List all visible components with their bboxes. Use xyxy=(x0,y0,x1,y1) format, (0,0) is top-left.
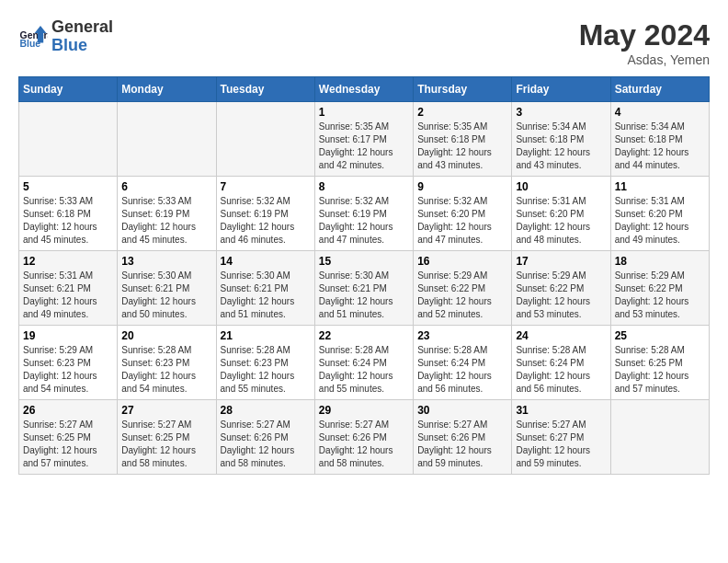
day-info: Sunrise: 5:35 AM Sunset: 6:17 PM Dayligh… xyxy=(319,121,409,172)
day-info: Sunrise: 5:28 AM Sunset: 6:24 PM Dayligh… xyxy=(417,344,507,396)
weekday-header-tuesday: Tuesday xyxy=(216,77,314,102)
day-info: Sunrise: 5:34 AM Sunset: 6:18 PM Dayligh… xyxy=(516,121,606,172)
calendar-cell: 31Sunrise: 5:27 AM Sunset: 6:27 PM Dayli… xyxy=(512,400,610,475)
calendar-cell: 7Sunrise: 5:32 AM Sunset: 6:19 PM Daylig… xyxy=(216,177,314,251)
day-info: Sunrise: 5:30 AM Sunset: 6:21 PM Dayligh… xyxy=(121,270,211,321)
calendar-cell: 4Sunrise: 5:34 AM Sunset: 6:18 PM Daylig… xyxy=(610,102,709,177)
day-number: 29 xyxy=(319,404,409,417)
weekday-header-wednesday: Wednesday xyxy=(314,77,413,102)
day-number: 2 xyxy=(417,106,507,119)
day-info: Sunrise: 5:27 AM Sunset: 6:25 PM Dayligh… xyxy=(23,419,113,470)
calendar-cell: 14Sunrise: 5:30 AM Sunset: 6:21 PM Dayli… xyxy=(216,251,314,326)
day-number: 23 xyxy=(417,329,507,342)
calendar-cell: 20Sunrise: 5:28 AM Sunset: 6:23 PM Dayli… xyxy=(118,326,216,400)
calendar-cell: 21Sunrise: 5:28 AM Sunset: 6:23 PM Dayli… xyxy=(216,326,314,400)
month-year: May 2024 xyxy=(579,18,710,52)
logo-text: General Blue xyxy=(51,18,113,55)
calendar-cell: 3Sunrise: 5:34 AM Sunset: 6:18 PM Daylig… xyxy=(512,102,610,177)
day-number: 7 xyxy=(221,180,311,193)
weekday-row: SundayMondayTuesdayWednesdayThursdayFrid… xyxy=(19,77,710,102)
day-info: Sunrise: 5:29 AM Sunset: 6:22 PM Dayligh… xyxy=(615,270,705,321)
logo: General Blue General Blue xyxy=(18,18,113,55)
day-number: 27 xyxy=(121,404,211,417)
day-info: Sunrise: 5:27 AM Sunset: 6:26 PM Dayligh… xyxy=(221,419,311,470)
day-info: Sunrise: 5:28 AM Sunset: 6:24 PM Dayligh… xyxy=(516,344,606,396)
weekday-header-thursday: Thursday xyxy=(414,77,512,102)
calendar-cell: 30Sunrise: 5:27 AM Sunset: 6:26 PM Dayli… xyxy=(414,400,512,475)
calendar-cell: 16Sunrise: 5:29 AM Sunset: 6:22 PM Dayli… xyxy=(414,251,512,326)
day-number: 3 xyxy=(516,106,606,119)
calendar-cell xyxy=(216,102,314,177)
day-info: Sunrise: 5:33 AM Sunset: 6:18 PM Dayligh… xyxy=(23,195,113,247)
calendar-week-1: 1Sunrise: 5:35 AM Sunset: 6:17 PM Daylig… xyxy=(19,102,710,177)
calendar-cell: 9Sunrise: 5:32 AM Sunset: 6:20 PM Daylig… xyxy=(414,177,512,251)
calendar-cell: 18Sunrise: 5:29 AM Sunset: 6:22 PM Dayli… xyxy=(610,251,709,326)
calendar-table: SundayMondayTuesdayWednesdayThursdayFrid… xyxy=(18,76,710,475)
day-info: Sunrise: 5:32 AM Sunset: 6:20 PM Dayligh… xyxy=(417,195,507,247)
weekday-header-friday: Friday xyxy=(512,77,610,102)
calendar-cell: 23Sunrise: 5:28 AM Sunset: 6:24 PM Dayli… xyxy=(414,326,512,400)
calendar-week-5: 26Sunrise: 5:27 AM Sunset: 6:25 PM Dayli… xyxy=(19,400,710,475)
day-info: Sunrise: 5:31 AM Sunset: 6:21 PM Dayligh… xyxy=(23,270,113,321)
calendar-cell: 12Sunrise: 5:31 AM Sunset: 6:21 PM Dayli… xyxy=(19,251,118,326)
calendar-cell: 25Sunrise: 5:28 AM Sunset: 6:25 PM Dayli… xyxy=(610,326,709,400)
day-number: 16 xyxy=(417,255,507,268)
calendar-cell: 22Sunrise: 5:28 AM Sunset: 6:24 PM Dayli… xyxy=(314,326,413,400)
calendar-week-4: 19Sunrise: 5:29 AM Sunset: 6:23 PM Dayli… xyxy=(19,326,710,400)
calendar-cell xyxy=(19,102,118,177)
day-info: Sunrise: 5:29 AM Sunset: 6:22 PM Dayligh… xyxy=(516,270,606,321)
day-info: Sunrise: 5:35 AM Sunset: 6:18 PM Dayligh… xyxy=(417,121,507,172)
calendar-cell: 24Sunrise: 5:28 AM Sunset: 6:24 PM Dayli… xyxy=(512,326,610,400)
day-info: Sunrise: 5:29 AM Sunset: 6:23 PM Dayligh… xyxy=(23,344,113,396)
day-number: 21 xyxy=(221,329,311,342)
day-info: Sunrise: 5:27 AM Sunset: 6:26 PM Dayligh… xyxy=(319,419,409,470)
weekday-header-sunday: Sunday xyxy=(19,77,118,102)
day-info: Sunrise: 5:30 AM Sunset: 6:21 PM Dayligh… xyxy=(319,270,409,321)
day-info: Sunrise: 5:33 AM Sunset: 6:19 PM Dayligh… xyxy=(121,195,211,247)
day-number: 9 xyxy=(417,180,507,193)
day-number: 18 xyxy=(615,255,705,268)
day-number: 28 xyxy=(221,404,311,417)
page-header: General Blue General Blue May 2024 Asdas… xyxy=(18,18,710,67)
day-info: Sunrise: 5:28 AM Sunset: 6:25 PM Dayligh… xyxy=(615,344,705,396)
day-info: Sunrise: 5:28 AM Sunset: 6:24 PM Dayligh… xyxy=(319,344,409,396)
day-info: Sunrise: 5:32 AM Sunset: 6:19 PM Dayligh… xyxy=(319,195,409,247)
day-number: 20 xyxy=(121,329,211,342)
calendar-cell: 13Sunrise: 5:30 AM Sunset: 6:21 PM Dayli… xyxy=(118,251,216,326)
logo-line2: Blue xyxy=(51,37,113,55)
calendar-cell: 5Sunrise: 5:33 AM Sunset: 6:18 PM Daylig… xyxy=(19,177,118,251)
calendar-cell: 10Sunrise: 5:31 AM Sunset: 6:20 PM Dayli… xyxy=(512,177,610,251)
day-number: 5 xyxy=(23,180,113,193)
day-number: 14 xyxy=(221,255,311,268)
day-info: Sunrise: 5:28 AM Sunset: 6:23 PM Dayligh… xyxy=(221,344,311,396)
calendar-cell: 2Sunrise: 5:35 AM Sunset: 6:18 PM Daylig… xyxy=(414,102,512,177)
calendar-week-2: 5Sunrise: 5:33 AM Sunset: 6:18 PM Daylig… xyxy=(19,177,710,251)
day-number: 17 xyxy=(516,255,606,268)
calendar-cell xyxy=(118,102,216,177)
day-number: 24 xyxy=(516,329,606,342)
calendar-cell: 26Sunrise: 5:27 AM Sunset: 6:25 PM Dayli… xyxy=(19,400,118,475)
day-info: Sunrise: 5:27 AM Sunset: 6:25 PM Dayligh… xyxy=(121,419,211,470)
day-number: 13 xyxy=(121,255,211,268)
day-info: Sunrise: 5:34 AM Sunset: 6:18 PM Dayligh… xyxy=(615,121,705,172)
calendar-cell: 17Sunrise: 5:29 AM Sunset: 6:22 PM Dayli… xyxy=(512,251,610,326)
day-number: 12 xyxy=(23,255,113,268)
calendar-header: SundayMondayTuesdayWednesdayThursdayFrid… xyxy=(19,77,710,102)
calendar-cell: 27Sunrise: 5:27 AM Sunset: 6:25 PM Dayli… xyxy=(118,400,216,475)
day-number: 22 xyxy=(319,329,409,342)
day-number: 1 xyxy=(319,106,409,119)
day-number: 31 xyxy=(516,404,606,417)
location: Asdas, Yemen xyxy=(579,52,710,67)
day-number: 25 xyxy=(615,329,705,342)
weekday-header-saturday: Saturday xyxy=(610,77,709,102)
day-info: Sunrise: 5:27 AM Sunset: 6:27 PM Dayligh… xyxy=(516,419,606,470)
day-info: Sunrise: 5:29 AM Sunset: 6:22 PM Dayligh… xyxy=(417,270,507,321)
calendar-cell: 11Sunrise: 5:31 AM Sunset: 6:20 PM Dayli… xyxy=(610,177,709,251)
weekday-header-monday: Monday xyxy=(118,77,216,102)
calendar-cell: 15Sunrise: 5:30 AM Sunset: 6:21 PM Dayli… xyxy=(314,251,413,326)
day-info: Sunrise: 5:31 AM Sunset: 6:20 PM Dayligh… xyxy=(516,195,606,247)
calendar-cell: 29Sunrise: 5:27 AM Sunset: 6:26 PM Dayli… xyxy=(314,400,413,475)
day-number: 6 xyxy=(121,180,211,193)
calendar-body: 1Sunrise: 5:35 AM Sunset: 6:17 PM Daylig… xyxy=(19,102,710,475)
calendar-cell: 28Sunrise: 5:27 AM Sunset: 6:26 PM Dayli… xyxy=(216,400,314,475)
